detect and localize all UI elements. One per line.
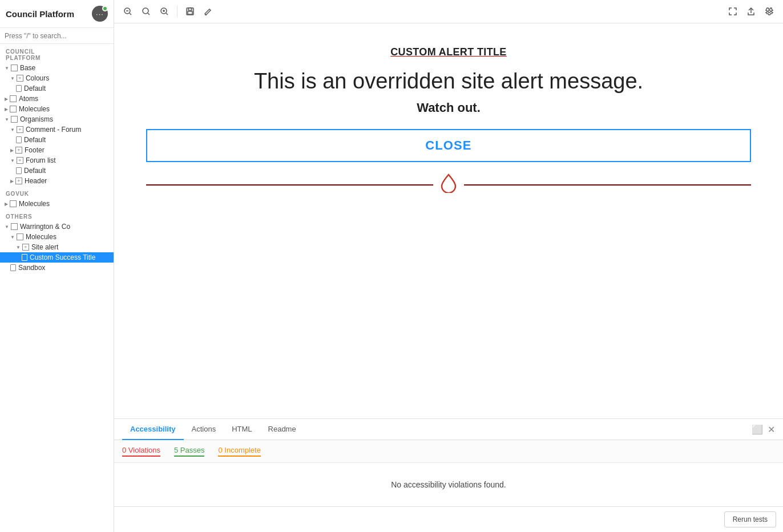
expand-icon: ▼ [10,235,15,240]
tab-right-icons: ⬜ ✕ [752,424,775,435]
toolbar-divider [177,6,177,17]
toolbar-right [725,3,777,19]
sidebar-item-forum-list[interactable]: ▼ Forum list [0,155,114,166]
expand-icon: ▼ [10,76,15,81]
panel-close-icon[interactable]: ✕ [768,424,775,435]
item-icon [10,95,17,102]
sidebar-item-base[interactable]: ▼ Base [0,63,114,73]
expand-icon: ▼ [10,127,15,132]
sidebar-item-w-molecules[interactable]: ▼ Molecules [0,232,114,242]
tab-readme[interactable]: Readme [260,419,304,440]
sidebar-item-custom-success[interactable]: Custom Success Title [0,252,114,263]
sidebar-header: Council Platform ··· [0,0,114,28]
search-bar [0,28,114,44]
expand-icon: ▼ [10,158,15,163]
zoom-in-button[interactable] [156,3,172,19]
drop-icon [440,174,457,197]
alert-message: This is an overridden site alert message… [254,68,643,95]
edit-button[interactable] [200,3,216,19]
item-label: Footer [25,146,45,154]
sidebar-item-sandbox[interactable]: Sandbox [0,263,114,273]
zoom-reset-button[interactable] [138,3,154,19]
alert-title: CUSTOM ALERT TITLE [390,46,506,58]
section-label-council: COUNCILPLATFORM [0,44,114,63]
expand-icon: ▶ [5,96,8,102]
tab-accessibility[interactable]: Accessibility [122,419,184,440]
item-label: Forum list [26,156,56,164]
sidebar-item-organisms[interactable]: ▼ Organisms [0,114,114,124]
tab-html[interactable]: HTML [224,419,260,440]
preview-content: CUSTOM ALERT TITLE This is an overridden… [114,23,783,418]
item-icon [17,157,23,164]
sidebar-item-atoms[interactable]: ▶ Atoms [0,94,114,104]
passes-tab[interactable]: 5 Passes [174,446,204,457]
close-button[interactable]: CLOSE [146,129,751,162]
sidebar-item-default-colours[interactable]: Default [0,83,114,94]
expand-icon: ▼ [5,224,9,229]
sidebar: Council Platform ··· COUNCILPLATFORM ▼ B… [0,0,114,532]
sidebar-item-default-forum[interactable]: Default [0,166,114,176]
item-label: Sandbox [18,264,45,272]
rerun-tests-button[interactable]: Rerun tests [724,511,776,527]
svg-rect-10 [188,8,192,10]
divider-line-left [146,184,433,186]
panel-collapse-icon[interactable]: ⬜ [752,424,763,435]
sidebar-item-header[interactable]: ▶ Header [0,176,114,186]
item-icon [22,244,29,251]
item-icon [11,65,18,71]
share-button[interactable] [743,3,759,19]
tabs: Accessibility Actions HTML Readme ⬜ ✕ [114,419,783,440]
expand-icon: ▼ [5,66,9,71]
item-label: Atoms [19,95,38,103]
svg-point-13 [768,10,770,13]
item-icon [10,106,17,112]
expand-button[interactable] [725,3,741,19]
page-icon [16,85,22,92]
svg-line-4 [148,13,150,15]
tab-actions[interactable]: Actions [184,419,224,440]
item-icon [11,116,18,123]
sidebar-item-footer[interactable]: ▶ Footer [0,145,114,155]
sidebar-title: Council Platform [6,9,92,19]
item-label: Colours [26,74,49,82]
item-label: Molecules [26,233,56,241]
item-icon [15,147,22,154]
sidebar-item-molecules[interactable]: ▶ Molecules [0,104,114,114]
svg-line-8 [166,13,168,15]
item-icon [17,233,23,240]
sidebar-menu-button[interactable]: ··· [92,6,108,22]
main-content: CUSTOM ALERT TITLE This is an overridden… [114,0,783,532]
sidebar-item-default-comment[interactable]: Default [0,135,114,145]
item-label: Base [20,64,35,72]
save-button[interactable] [182,3,198,19]
incomplete-tab[interactable]: 0 Incomplete [218,446,260,457]
expand-icon: ▶ [10,179,14,184]
sidebar-item-colours[interactable]: ▼ Colours [0,73,114,83]
sidebar-item-warrington[interactable]: ▼ Warrington & Co [0,221,114,232]
item-icon [11,223,18,230]
page-icon [10,264,16,271]
expand-icon: ▼ [5,117,9,122]
violations-tab[interactable]: 0 Violations [122,446,160,457]
zoom-out-button[interactable] [120,3,136,19]
expand-icon: ▼ [16,245,21,250]
item-label: Organisms [20,115,53,123]
section-label-others: OTHERS [0,209,114,221]
item-label: Warrington & Co [20,223,70,231]
divider-line-right [464,184,751,186]
sidebar-item-govuk-molecules[interactable]: ▶ Molecules [0,199,114,209]
svg-line-2 [130,13,131,15]
alert-subtitle: Watch out. [417,100,481,115]
search-input[interactable] [5,32,109,40]
status-indicator [102,6,108,11]
item-icon [17,75,23,82]
item-icon [10,200,17,207]
expand-icon: ▶ [5,107,8,112]
item-icon [17,126,23,133]
settings-button[interactable] [761,3,777,19]
sidebar-item-site-alert[interactable]: ▼ Site alert [0,242,114,252]
page-icon [16,136,22,143]
sidebar-item-comment-forum[interactable]: ▼ Comment - Forum [0,124,114,135]
section-label-govuk: GOVUK [0,186,114,199]
preview: CUSTOM ALERT TITLE This is an overridden… [114,23,783,532]
